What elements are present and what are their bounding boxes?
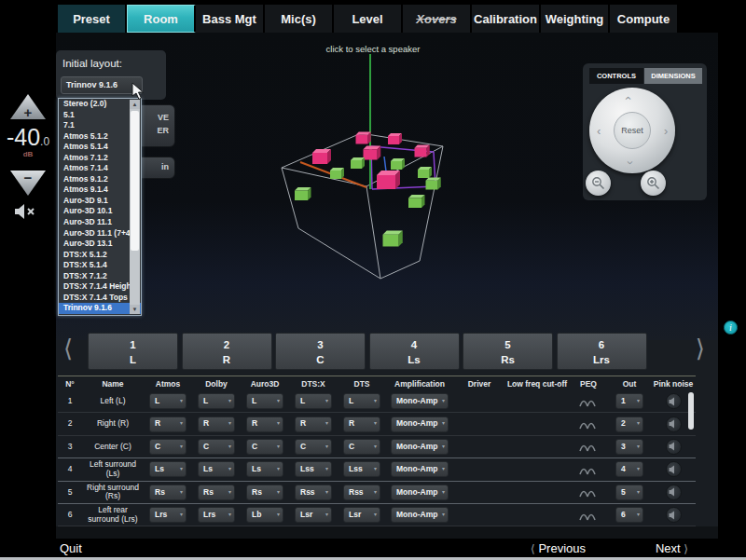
layout-option[interactable]: Auro-3D 9.1 <box>59 196 141 207</box>
layout-option[interactable]: Atmos 7.1.2 <box>59 153 141 164</box>
dolby-dropdown[interactable]: Rs▾ <box>198 485 235 500</box>
layout-option[interactable]: Atmos 7.1.4 <box>59 163 141 174</box>
tab-preset[interactable]: Preset <box>58 5 127 33</box>
peq-icon[interactable] <box>579 440 598 453</box>
pink-speaker-cube[interactable] <box>356 132 371 144</box>
pink-speaker-cube[interactable] <box>312 149 331 164</box>
speaker-strip-button-1[interactable]: 1 L <box>88 333 178 370</box>
peq-icon[interactable] <box>579 509 598 522</box>
pink-speaker-cube[interactable] <box>388 133 402 144</box>
zoom-in-button[interactable] <box>641 171 666 196</box>
zoom-out-button[interactable] <box>586 171 611 196</box>
atmos-dropdown[interactable]: L▾ <box>149 393 186 409</box>
dolby-dropdown[interactable]: L▾ <box>198 393 235 409</box>
green-speaker-cube[interactable] <box>391 158 405 170</box>
tab-dimensions[interactable]: DIMENSIONS <box>644 68 702 84</box>
tab-controls[interactable]: CONTROLS <box>589 68 643 84</box>
speaker-strip-button-4[interactable]: 4 Ls <box>369 333 460 370</box>
green-speaker-cube[interactable] <box>418 167 432 178</box>
layout-option[interactable]: Auro-3D 11.1 <box>59 217 141 228</box>
amplification-dropdown[interactable]: Mono-Amp▾ <box>391 485 449 500</box>
dts-dropdown[interactable]: R▾ <box>343 417 380 432</box>
auro3d-dropdown[interactable]: Lb▾ <box>246 507 283 523</box>
pink-speaker-cube[interactable] <box>364 146 381 160</box>
dolby-dropdown[interactable]: Lrs▾ <box>198 507 235 523</box>
atmos-dropdown[interactable]: Lrs▾ <box>149 507 186 523</box>
layout-option[interactable]: DTS:X 7.1.4 Heights <box>59 281 141 293</box>
tab-level[interactable]: Level <box>334 5 403 33</box>
speaker-strip-button-6[interactable]: 6 Lrs <box>557 333 647 370</box>
green-speaker-cube[interactable] <box>426 178 441 190</box>
mute-button[interactable] <box>14 202 38 225</box>
layout-option[interactable]: DTS:X 5.1.2 <box>59 250 141 261</box>
dolby-dropdown[interactable]: R▾ <box>198 417 235 432</box>
layout-option[interactable]: Atmos 5.1.4 <box>59 142 141 153</box>
auro3d-dropdown[interactable]: Ls▾ <box>246 461 283 477</box>
peq-icon[interactable] <box>579 463 598 476</box>
amplification-dropdown[interactable]: Mono-Amp▾ <box>391 439 449 455</box>
pink-noise-button[interactable] <box>666 461 682 477</box>
pink-speaker-cube[interactable] <box>415 145 430 157</box>
peq-icon[interactable] <box>579 417 598 430</box>
dts-dropdown[interactable]: C▾ <box>343 439 380 455</box>
layout-option[interactable]: 7.1 <box>59 120 141 131</box>
out-dropdown[interactable]: 6▾ <box>615 507 643 523</box>
green-speaker-cube[interactable] <box>351 157 365 169</box>
out-dropdown[interactable]: 1▾ <box>615 393 643 409</box>
peq-icon[interactable] <box>579 395 598 408</box>
view-joystick[interactable]: ‹ ‹ ‹ ‹ Reset <box>589 88 675 173</box>
speaker-strip-button-3[interactable]: 3 C <box>275 333 366 370</box>
scroll-up-arrow-icon[interactable]: ▲ <box>130 100 140 109</box>
peq-icon[interactable] <box>579 485 598 499</box>
layout-option[interactable]: DTS:X 5.1.4 <box>59 260 141 271</box>
quit-button[interactable]: Quit <box>60 541 82 555</box>
out-dropdown[interactable]: 5▾ <box>615 485 643 500</box>
chevron-right-icon[interactable]: ‹ <box>664 125 668 137</box>
tab-weighting[interactable]: Weighting <box>541 5 610 33</box>
scrollbar-thumb[interactable] <box>131 111 139 251</box>
info-icon[interactable]: i <box>724 321 738 335</box>
layout-option[interactable]: Atmos 9.1.2 <box>59 174 141 185</box>
tab-mic-s[interactable]: Mic(s) <box>265 5 334 33</box>
dtsx-dropdown[interactable]: R▾ <box>295 417 332 432</box>
pink-speaker-cube[interactable] <box>377 171 400 189</box>
dts-dropdown[interactable]: L▾ <box>343 393 380 409</box>
layout-option[interactable]: Stereo (2.0) <box>59 99 141 110</box>
tab-compute[interactable]: Compute <box>610 5 679 33</box>
tab-calibration[interactable]: Calibration <box>472 5 541 33</box>
atmos-dropdown[interactable]: C▾ <box>149 439 186 455</box>
out-dropdown[interactable]: 2▾ <box>615 417 643 432</box>
pink-noise-button[interactable] <box>666 507 682 523</box>
green-speaker-cube[interactable] <box>383 231 403 247</box>
layout-option[interactable]: 5.1 <box>59 110 141 121</box>
chevron-left-icon[interactable]: ‹ <box>597 125 601 137</box>
out-dropdown[interactable]: 3▾ <box>615 439 643 455</box>
volume-up-button[interactable]: + <box>10 94 46 119</box>
layout-option[interactable]: Trinnov 9.1.6 <box>59 303 141 314</box>
tab-room[interactable]: Room <box>127 5 196 33</box>
layout-option[interactable]: DTS:X 7.1.2 <box>59 271 141 282</box>
reset-view-button[interactable]: Reset <box>614 112 651 149</box>
layout-option[interactable]: Atmos 5.1.2 <box>59 131 141 143</box>
amplification-dropdown[interactable]: Mono-Amp▾ <box>391 461 449 477</box>
dts-dropdown[interactable]: Rss▾ <box>343 485 380 500</box>
dtsx-dropdown[interactable]: Rss▾ <box>295 485 332 500</box>
green-speaker-cube[interactable] <box>295 187 311 200</box>
pink-noise-button[interactable] <box>666 485 682 500</box>
table-scrollbar-thumb[interactable] <box>688 392 694 430</box>
initial-layout-combobox[interactable]: Trinnov 9.1.6 <box>61 76 143 94</box>
atmos-dropdown[interactable]: Rs▾ <box>149 485 186 500</box>
green-speaker-cube[interactable] <box>330 168 344 179</box>
pink-noise-button[interactable] <box>666 417 682 432</box>
out-dropdown[interactable]: 4▾ <box>615 461 643 477</box>
atmos-dropdown[interactable]: Ls▾ <box>149 461 186 477</box>
amplification-dropdown[interactable]: Mono-Amp▾ <box>391 393 449 409</box>
pink-noise-button[interactable] <box>666 439 682 455</box>
auro3d-dropdown[interactable]: L▾ <box>246 393 283 409</box>
pink-noise-button[interactable] <box>666 393 682 409</box>
dts-dropdown[interactable]: Lsr▾ <box>343 507 380 523</box>
scroll-down-arrow-icon[interactable]: ▼ <box>130 305 140 314</box>
dolby-dropdown[interactable]: Ls▾ <box>198 461 235 477</box>
strip-prev-icon[interactable]: ⟨ <box>63 335 73 363</box>
amplification-dropdown[interactable]: Mono-Amp▾ <box>391 417 449 432</box>
